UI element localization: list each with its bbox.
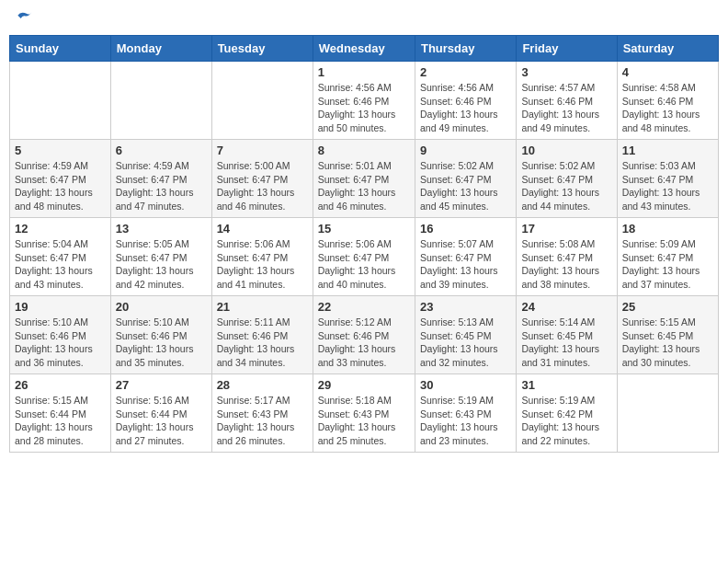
calendar-cell: 10Sunrise: 5:02 AM Sunset: 6:47 PM Dayli… — [517, 140, 617, 218]
calendar-cell: 7Sunrise: 5:00 AM Sunset: 6:47 PM Daylig… — [211, 140, 313, 218]
day-header-thursday: Thursday — [415, 36, 516, 62]
day-number: 14 — [217, 222, 308, 236]
calendar-cell: 15Sunrise: 5:06 AM Sunset: 6:47 PM Dayli… — [313, 218, 415, 296]
day-number: 28 — [217, 378, 308, 392]
day-number: 31 — [521, 378, 611, 392]
day-number: 22 — [318, 300, 410, 314]
day-info: Sunrise: 4:56 AM Sunset: 6:46 PM Dayligh… — [318, 81, 410, 135]
day-number: 1 — [318, 65, 410, 79]
day-info: Sunrise: 5:04 AM Sunset: 6:47 PM Dayligh… — [15, 237, 106, 292]
day-info: Sunrise: 5:15 AM Sunset: 6:45 PM Dayligh… — [622, 316, 713, 370]
calendar-header-row: SundayMondayTuesdayWednesdayThursdayFrid… — [10, 36, 719, 62]
logo — [13, 9, 33, 28]
day-number: 11 — [622, 144, 713, 157]
day-number: 10 — [521, 144, 611, 157]
day-info: Sunrise: 5:15 AM Sunset: 6:44 PM Dayligh… — [15, 394, 106, 448]
day-info: Sunrise: 4:59 AM Sunset: 6:47 PM Dayligh… — [116, 159, 207, 213]
day-number: 5 — [15, 144, 106, 157]
calendar-cell: 4Sunrise: 4:58 AM Sunset: 6:46 PM Daylig… — [617, 62, 718, 140]
day-info: Sunrise: 5:06 AM Sunset: 6:47 PM Dayligh… — [318, 237, 410, 292]
calendar-cell — [110, 62, 211, 140]
day-number: 23 — [420, 300, 511, 314]
day-info: Sunrise: 5:07 AM Sunset: 6:47 PM Dayligh… — [420, 237, 511, 292]
day-number: 2 — [420, 65, 511, 79]
day-info: Sunrise: 4:56 AM Sunset: 6:46 PM Dayligh… — [420, 81, 511, 135]
calendar-cell: 12Sunrise: 5:04 AM Sunset: 6:47 PM Dayli… — [10, 218, 111, 296]
day-number: 13 — [116, 222, 207, 236]
day-info: Sunrise: 5:14 AM Sunset: 6:45 PM Dayligh… — [521, 316, 611, 370]
day-info: Sunrise: 5:01 AM Sunset: 6:47 PM Dayligh… — [318, 159, 410, 213]
day-number: 24 — [521, 300, 611, 314]
calendar-cell: 20Sunrise: 5:10 AM Sunset: 6:46 PM Dayli… — [110, 296, 211, 374]
day-number: 27 — [116, 378, 207, 392]
calendar-cell: 14Sunrise: 5:06 AM Sunset: 6:47 PM Dayli… — [211, 218, 313, 296]
calendar-cell: 29Sunrise: 5:18 AM Sunset: 6:43 PM Dayli… — [313, 374, 415, 453]
calendar-cell: 30Sunrise: 5:19 AM Sunset: 6:43 PM Dayli… — [415, 374, 516, 453]
day-info: Sunrise: 4:57 AM Sunset: 6:46 PM Dayligh… — [521, 81, 611, 135]
calendar-cell: 1Sunrise: 4:56 AM Sunset: 6:46 PM Daylig… — [313, 62, 415, 140]
calendar-cell — [211, 62, 313, 140]
calendar-cell: 23Sunrise: 5:13 AM Sunset: 6:45 PM Dayli… — [415, 296, 516, 374]
day-info: Sunrise: 5:11 AM Sunset: 6:46 PM Dayligh… — [217, 316, 308, 370]
calendar-cell: 31Sunrise: 5:19 AM Sunset: 6:42 PM Dayli… — [517, 374, 617, 453]
day-info: Sunrise: 5:05 AM Sunset: 6:47 PM Dayligh… — [116, 237, 207, 292]
day-number: 3 — [521, 65, 611, 79]
day-number: 12 — [15, 222, 106, 236]
logo-bird-icon — [15, 9, 33, 28]
calendar-cell: 26Sunrise: 5:15 AM Sunset: 6:44 PM Dayli… — [10, 374, 111, 453]
calendar-cell: 24Sunrise: 5:14 AM Sunset: 6:45 PM Dayli… — [517, 296, 617, 374]
day-number: 15 — [318, 222, 410, 236]
calendar-cell: 19Sunrise: 5:10 AM Sunset: 6:46 PM Dayli… — [10, 296, 111, 374]
day-info: Sunrise: 5:02 AM Sunset: 6:47 PM Dayligh… — [420, 159, 511, 213]
day-header-sunday: Sunday — [10, 36, 111, 62]
calendar-cell: 8Sunrise: 5:01 AM Sunset: 6:47 PM Daylig… — [313, 140, 415, 218]
day-info: Sunrise: 5:08 AM Sunset: 6:47 PM Dayligh… — [521, 237, 611, 292]
calendar-cell: 25Sunrise: 5:15 AM Sunset: 6:45 PM Dayli… — [617, 296, 718, 374]
calendar-cell: 28Sunrise: 5:17 AM Sunset: 6:43 PM Dayli… — [211, 374, 313, 453]
day-info: Sunrise: 4:58 AM Sunset: 6:46 PM Dayligh… — [622, 81, 713, 135]
day-number: 30 — [420, 378, 511, 392]
day-number: 20 — [116, 300, 207, 314]
day-number: 18 — [622, 222, 713, 236]
calendar-cell: 9Sunrise: 5:02 AM Sunset: 6:47 PM Daylig… — [415, 140, 516, 218]
calendar-cell: 27Sunrise: 5:16 AM Sunset: 6:44 PM Dayli… — [110, 374, 211, 453]
day-number: 16 — [420, 222, 511, 236]
day-header-friday: Friday — [517, 36, 617, 62]
day-info: Sunrise: 5:10 AM Sunset: 6:46 PM Dayligh… — [116, 316, 207, 370]
calendar-week-row: 5Sunrise: 4:59 AM Sunset: 6:47 PM Daylig… — [10, 140, 719, 218]
day-info: Sunrise: 5:18 AM Sunset: 6:43 PM Dayligh… — [318, 394, 410, 448]
calendar-cell: 3Sunrise: 4:57 AM Sunset: 6:46 PM Daylig… — [517, 62, 617, 140]
calendar-cell: 16Sunrise: 5:07 AM Sunset: 6:47 PM Dayli… — [415, 218, 516, 296]
day-info: Sunrise: 5:06 AM Sunset: 6:47 PM Dayligh… — [217, 237, 308, 292]
day-number: 4 — [622, 65, 713, 79]
calendar-week-row: 12Sunrise: 5:04 AM Sunset: 6:47 PM Dayli… — [10, 218, 719, 296]
calendar-cell: 11Sunrise: 5:03 AM Sunset: 6:47 PM Dayli… — [617, 140, 718, 218]
day-header-monday: Monday — [110, 36, 211, 62]
calendar-cell: 17Sunrise: 5:08 AM Sunset: 6:47 PM Dayli… — [517, 218, 617, 296]
calendar-cell: 5Sunrise: 4:59 AM Sunset: 6:47 PM Daylig… — [10, 140, 111, 218]
calendar-cell — [10, 62, 111, 140]
page-header — [9, 9, 719, 28]
day-info: Sunrise: 5:19 AM Sunset: 6:43 PM Dayligh… — [420, 394, 511, 448]
day-info: Sunrise: 5:00 AM Sunset: 6:47 PM Dayligh… — [217, 159, 308, 213]
calendar-cell: 18Sunrise: 5:09 AM Sunset: 6:47 PM Dayli… — [617, 218, 718, 296]
day-number: 29 — [318, 378, 410, 392]
calendar-week-row: 19Sunrise: 5:10 AM Sunset: 6:46 PM Dayli… — [10, 296, 719, 374]
day-number: 19 — [15, 300, 106, 314]
calendar-week-row: 26Sunrise: 5:15 AM Sunset: 6:44 PM Dayli… — [10, 374, 719, 453]
day-header-tuesday: Tuesday — [211, 36, 313, 62]
calendar-cell: 2Sunrise: 4:56 AM Sunset: 6:46 PM Daylig… — [415, 62, 516, 140]
calendar-table: SundayMondayTuesdayWednesdayThursdayFrid… — [9, 35, 719, 453]
day-number: 21 — [217, 300, 308, 314]
day-number: 26 — [15, 378, 106, 392]
day-number: 7 — [217, 144, 308, 157]
day-info: Sunrise: 5:09 AM Sunset: 6:47 PM Dayligh… — [622, 237, 713, 292]
calendar-cell: 21Sunrise: 5:11 AM Sunset: 6:46 PM Dayli… — [211, 296, 313, 374]
day-number: 9 — [420, 144, 511, 157]
day-number: 8 — [318, 144, 410, 157]
day-info: Sunrise: 5:03 AM Sunset: 6:47 PM Dayligh… — [622, 159, 713, 213]
day-number: 6 — [116, 144, 207, 157]
calendar-cell: 6Sunrise: 4:59 AM Sunset: 6:47 PM Daylig… — [110, 140, 211, 218]
day-info: Sunrise: 5:12 AM Sunset: 6:46 PM Dayligh… — [318, 316, 410, 370]
day-number: 17 — [521, 222, 611, 236]
